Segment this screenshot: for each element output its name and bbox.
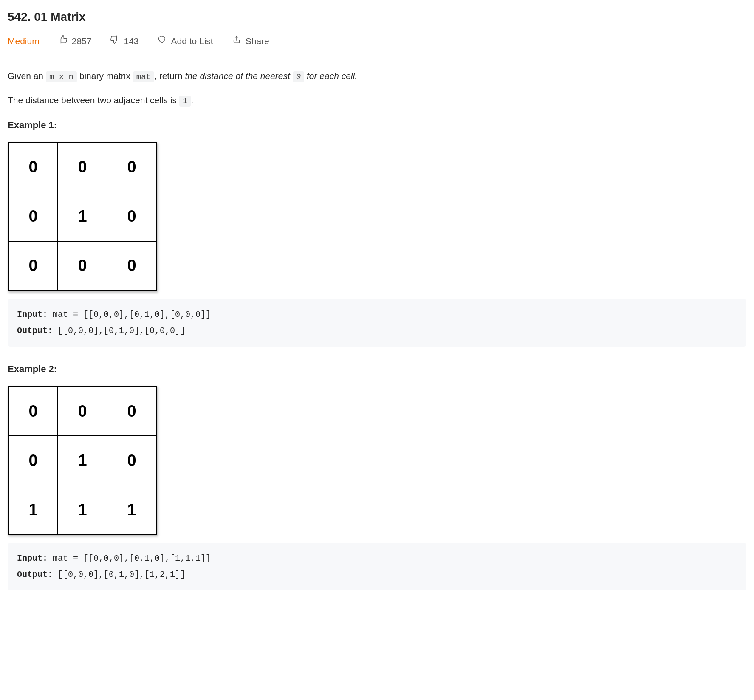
code-output-label: Output: [17, 570, 53, 579]
example-label: Example 2: [8, 362, 746, 376]
matrix-cell: 1 [58, 192, 107, 241]
matrix-cell: 0 [8, 143, 58, 192]
description-paragraph-2: The distance between two adjacent cells … [8, 93, 746, 107]
thumbs-down-icon [110, 34, 119, 48]
matrix-cell: 0 [8, 387, 58, 436]
matrix-image: 000010111 [8, 386, 157, 535]
difficulty-badge: Medium [8, 34, 40, 48]
text-fragment: binary matrix [77, 71, 133, 81]
matrix-cell: 0 [58, 387, 107, 436]
text-fragment: for each cell. [304, 71, 357, 81]
matrix-cell: 0 [8, 436, 58, 485]
text-fragment: , return [154, 71, 185, 81]
likes-button[interactable]: 2857 [58, 34, 92, 48]
heart-icon [157, 34, 167, 48]
share-icon [232, 34, 241, 48]
share-label: Share [246, 34, 269, 48]
likes-count: 2857 [72, 34, 92, 48]
code-input-label: Input: [17, 553, 48, 563]
example-block: Example 1: 000010000 Input: mat = [[0,0,… [8, 118, 746, 347]
inline-code: mat [133, 71, 154, 82]
matrix-cell: 0 [107, 192, 156, 241]
example-codeblock: Input: mat = [[0,0,0],[0,1,0],[1,1,1]] O… [8, 543, 746, 590]
matrix-cell: 0 [58, 143, 107, 192]
problem-title: 542. 01 Matrix [8, 8, 746, 26]
text-fragment: . [191, 95, 193, 105]
inline-code: 0 [293, 71, 304, 82]
code-output-label: Output: [17, 326, 53, 336]
text-fragment: The distance between two adjacent cells … [8, 95, 179, 105]
problem-meta-row: Medium 2857 143 Add to List Share [8, 34, 746, 56]
matrix-cell: 1 [58, 436, 107, 485]
matrix-cell: 0 [107, 241, 156, 291]
code-input-value: mat = [[0,0,0],[0,1,0],[0,0,0]] [48, 310, 211, 319]
matrix-cell: 1 [58, 485, 107, 534]
matrix-cell: 1 [107, 485, 156, 534]
matrix-cell: 0 [107, 143, 156, 192]
matrix-cell: 0 [107, 387, 156, 436]
matrix-cell: 0 [107, 436, 156, 485]
matrix-cell: 0 [8, 241, 58, 291]
inline-code: m x n [46, 71, 77, 82]
example-block: Example 2: 000010111 Input: mat = [[0,0,… [8, 362, 746, 590]
add-to-list-label: Add to List [171, 34, 213, 48]
code-output-value: [[0,0,0],[0,1,0],[0,0,0]] [53, 326, 185, 336]
matrix-image: 000010000 [8, 142, 157, 291]
code-input-label: Input: [17, 310, 48, 319]
matrix-cell: 0 [58, 241, 107, 291]
code-output-value: [[0,0,0],[0,1,0],[1,2,1]] [53, 570, 185, 579]
example-codeblock: Input: mat = [[0,0,0],[0,1,0],[0,0,0]] O… [8, 299, 746, 347]
text-fragment: the distance of the nearest [185, 71, 292, 81]
matrix-cell: 1 [8, 485, 58, 534]
text-fragment: Given an [8, 71, 46, 81]
share-button[interactable]: Share [232, 34, 269, 48]
code-input-value: mat = [[0,0,0],[0,1,0],[1,1,1]] [48, 553, 211, 563]
matrix-cell: 0 [8, 192, 58, 241]
problem-description: Given an m x n binary matrix mat, return… [8, 69, 746, 590]
inline-code: 1 [179, 96, 191, 107]
example-label: Example 1: [8, 118, 746, 133]
dislikes-count: 143 [124, 34, 138, 48]
description-paragraph-1: Given an m x n binary matrix mat, return… [8, 69, 746, 83]
thumbs-up-icon [58, 34, 68, 48]
dislikes-button[interactable]: 143 [110, 34, 138, 48]
add-to-list-button[interactable]: Add to List [157, 34, 213, 48]
